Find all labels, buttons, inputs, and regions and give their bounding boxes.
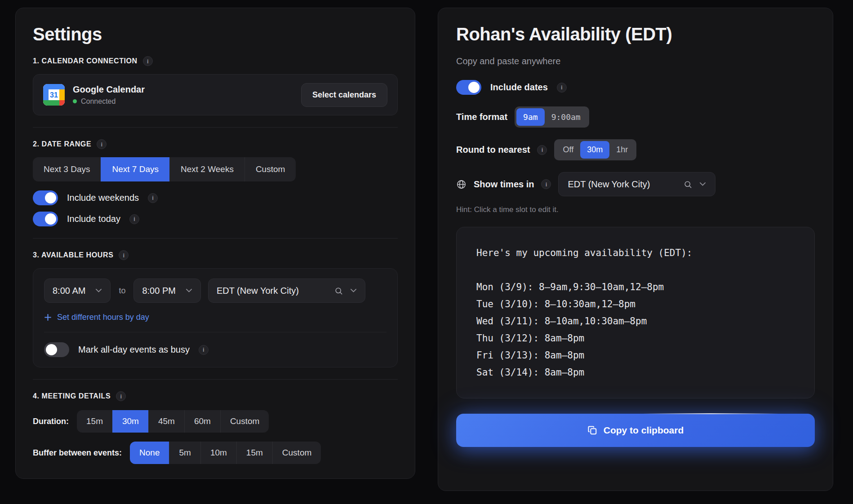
hint-text: Hint: Click a time slot to edit it. — [456, 205, 815, 214]
preview-line-mon[interactable]: Mon (3/9): 8–9am,9:30–10am,12–8pm — [476, 279, 795, 296]
google-calendar-icon: 31 — [43, 84, 65, 106]
round-option-off[interactable]: Off — [556, 141, 580, 159]
include-today-row: Include today i — [33, 212, 398, 226]
provider-name: Google Calendar — [73, 84, 145, 95]
search-icon — [684, 180, 692, 189]
available-hours-heading: 3. AVAILABLE HOURS — [33, 251, 113, 259]
preview-line-wed[interactable]: Wed (3/11): 8–10am,10:30am–8pm — [476, 313, 795, 330]
include-weekends-label: Include weekends — [67, 193, 139, 203]
include-dates-toggle[interactable] — [456, 80, 481, 95]
settings-title: Settings — [33, 24, 398, 44]
preview-line-sat[interactable]: Sat (3/14): 8am–8pm — [476, 364, 795, 381]
select-calendars-button[interactable]: Select calendars — [301, 83, 387, 107]
info-icon[interactable]: i — [129, 214, 139, 224]
info-icon[interactable]: i — [537, 145, 547, 155]
info-icon[interactable]: i — [143, 56, 153, 66]
duration-option-60m[interactable]: 60m — [184, 410, 220, 433]
time-format-option-9am[interactable]: 9am — [516, 108, 545, 126]
show-times-row: Show times in i EDT (New York City) — [456, 172, 815, 196]
globe-icon — [456, 179, 466, 190]
set-different-hours-link[interactable]: Set different hours by day — [44, 313, 387, 322]
info-icon[interactable]: i — [541, 179, 551, 189]
start-time-select[interactable]: 8:00 AM — [44, 279, 111, 303]
include-dates-row: Include dates i — [456, 80, 815, 95]
buffer-option-15m[interactable]: 15m — [236, 442, 272, 464]
copy-icon — [587, 425, 597, 435]
availability-subtitle: Copy and paste anywhere — [456, 56, 815, 66]
divider — [33, 238, 398, 239]
duration-option-45m[interactable]: 45m — [148, 410, 184, 433]
duration-label: Duration: — [33, 417, 69, 426]
duration-option-custom[interactable]: Custom — [220, 410, 269, 433]
calendar-day-number: 31 — [50, 91, 58, 99]
duration-option-15m[interactable]: 15m — [77, 410, 112, 433]
date-range-option-next-3-days[interactable]: Next 3 Days — [33, 157, 101, 181]
include-dates-label: Include dates — [490, 82, 548, 93]
date-range-option-next-7-days[interactable]: Next 7 Days — [101, 157, 169, 181]
set-different-hours-label: Set different hours by day — [57, 313, 149, 322]
info-icon[interactable]: i — [199, 345, 209, 355]
buffer-segmented: None 5m 10m 15m Custom — [130, 442, 321, 464]
availability-title: Rohan's Availability (EDT) — [456, 24, 815, 44]
info-icon[interactable]: i — [557, 83, 567, 93]
start-time-value: 8:00 AM — [53, 286, 85, 296]
info-icon[interactable]: i — [148, 193, 158, 203]
info-icon[interactable]: i — [97, 139, 107, 149]
round-option-1hr[interactable]: 1hr — [609, 141, 635, 159]
availability-preview[interactable]: Here's my upcoming availability (EDT): M… — [456, 227, 815, 398]
chevron-down-icon — [95, 288, 102, 293]
time-format-row: Time format 9am 9:00am — [456, 106, 815, 128]
all-day-busy-row: Mark all-day events as busy i — [44, 342, 387, 357]
calendar-connection-heading: 1. CALENDAR CONNECTION — [33, 57, 138, 65]
include-weekends-row: Include weekends i — [33, 190, 398, 205]
show-times-timezone-select[interactable]: EDT (New York City) — [558, 172, 715, 196]
include-weekends-toggle[interactable] — [33, 190, 58, 205]
buffer-option-none[interactable]: None — [130, 442, 169, 464]
info-icon[interactable]: i — [116, 391, 126, 401]
duration-segmented: 15m 30m 45m 60m Custom — [77, 410, 269, 433]
show-times-timezone-value: EDT (New York City) — [568, 179, 676, 190]
all-day-busy-toggle[interactable] — [44, 342, 69, 357]
availability-panel: Rohan's Availability (EDT) Copy and past… — [438, 8, 833, 491]
buffer-row: Buffer between events: None 5m 10m 15m C… — [33, 442, 398, 464]
buffer-label: Buffer between events: — [33, 448, 122, 458]
settings-panel: Settings 1. CALENDAR CONNECTION i 31 Goo… — [15, 8, 415, 479]
info-icon[interactable]: i — [119, 250, 129, 260]
search-icon — [334, 287, 343, 295]
date-range-header: 2. DATE RANGE i — [33, 139, 398, 149]
time-format-segmented: 9am 9:00am — [515, 106, 589, 128]
plus-icon — [44, 314, 52, 321]
time-format-option-900am[interactable]: 9:00am — [545, 108, 587, 126]
buffer-option-5m[interactable]: 5m — [169, 442, 200, 464]
available-hours-card: 8:00 AM to 8:00 PM EDT (New York City) S… — [33, 268, 398, 367]
preview-line-tue[interactable]: Tue (3/10): 8–10:30am,12–8pm — [476, 296, 795, 313]
divider — [33, 379, 398, 380]
end-time-select[interactable]: 8:00 PM — [133, 279, 200, 303]
buffer-option-custom[interactable]: Custom — [272, 442, 321, 464]
date-range-option-custom[interactable]: Custom — [244, 157, 296, 181]
duration-option-30m[interactable]: 30m — [112, 410, 148, 433]
preview-heading-line: Here's my upcoming availability (EDT): — [476, 244, 795, 261]
divider — [33, 127, 398, 128]
date-range-heading: 2. DATE RANGE — [33, 140, 91, 148]
divider — [44, 332, 387, 332]
include-today-toggle[interactable] — [33, 212, 58, 226]
preview-line-thu[interactable]: Thu (3/12): 8am–8pm — [476, 330, 795, 347]
calendar-connection-header: 1. CALENDAR CONNECTION i — [33, 56, 398, 66]
round-to-nearest-label: Round to nearest — [456, 145, 530, 155]
copy-to-clipboard-button[interactable]: Copy to clipboard — [456, 414, 815, 447]
hours-timezone-select[interactable]: EDT (New York City) — [208, 279, 365, 303]
buffer-option-10m[interactable]: 10m — [200, 442, 236, 464]
provider-info: Google Calendar Connected — [73, 84, 145, 106]
meeting-details-header: 4. MEETING DETAILS i — [33, 391, 398, 401]
round-option-30m[interactable]: 30m — [580, 141, 609, 159]
preview-line-fri[interactable]: Fri (3/13): 8am–8pm — [476, 347, 795, 364]
date-range-option-next-2-weeks[interactable]: Next 2 Weeks — [169, 157, 244, 181]
time-format-label: Time format — [456, 112, 507, 122]
show-times-label: Show times in — [474, 179, 534, 190]
date-range-segmented: Next 3 Days Next 7 Days Next 2 Weeks Cus… — [33, 157, 296, 181]
chevron-down-icon — [186, 288, 192, 293]
copy-to-clipboard-label: Copy to clipboard — [604, 425, 684, 436]
meeting-details-heading: 4. MEETING DETAILS — [33, 392, 111, 400]
calendar-connection-card: 31 Google Calendar Connected Select cale… — [33, 74, 398, 115]
